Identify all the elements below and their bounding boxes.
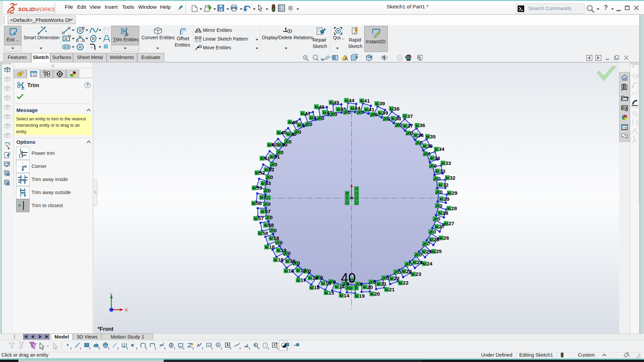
- svg-text:20: 20: [374, 291, 380, 297]
- svg-text:28: 28: [442, 210, 448, 216]
- svg-text:33: 33: [445, 160, 451, 166]
- svg-text:18: 18: [312, 275, 318, 281]
- svg-text:52: 52: [269, 167, 274, 172]
- svg-text:22: 22: [394, 276, 399, 281]
- svg-text:18: 18: [314, 285, 320, 290]
- svg-text:0: 0: [440, 189, 443, 195]
- svg-text:0: 0: [348, 109, 351, 115]
- svg-text:0: 0: [428, 151, 431, 157]
- svg-text:35: 35: [430, 134, 436, 139]
- svg-text:17: 17: [300, 267, 306, 273]
- svg-text:A: A: [345, 56, 348, 61]
- svg-text:44: 44: [349, 98, 355, 103]
- svg-text:46: 46: [319, 104, 325, 110]
- svg-text:0: 0: [386, 275, 389, 281]
- svg-text:41: 41: [364, 98, 370, 104]
- svg-text:0: 0: [297, 260, 300, 266]
- svg-text:45: 45: [333, 100, 339, 105]
- svg-text:0: 0: [309, 121, 312, 127]
- svg-text:0: 0: [298, 129, 301, 135]
- svg-text:0: 0: [289, 139, 292, 144]
- svg-text:14: 14: [343, 293, 350, 298]
- svg-text:0: 0: [409, 261, 412, 267]
- svg-text:0: 0: [308, 268, 311, 274]
- svg-text:22: 22: [403, 280, 409, 286]
- svg-text:0: 0: [321, 115, 324, 121]
- svg-text:0: 0: [334, 111, 337, 117]
- svg-text:38: 38: [395, 116, 401, 121]
- svg-text:0: 0: [320, 275, 323, 280]
- svg-text:40: 40: [341, 270, 356, 285]
- svg-text:26: 26: [443, 235, 449, 241]
- svg-text:0: 0: [375, 112, 378, 117]
- svg-text:0: 0: [420, 140, 423, 145]
- svg-text:0: 0: [419, 252, 422, 257]
- svg-text:28: 28: [451, 205, 457, 211]
- svg-text:37: 37: [407, 113, 413, 119]
- svg-text:49: 49: [281, 130, 287, 135]
- svg-text:29: 29: [451, 190, 458, 196]
- svg-text:34: 34: [434, 155, 440, 161]
- svg-text:15: 15: [328, 290, 334, 296]
- svg-text:0: 0: [440, 203, 443, 208]
- svg-text:0: 0: [274, 228, 277, 233]
- svg-text:Y: Y: [110, 292, 113, 297]
- svg-text:0.3: 0.3: [208, 344, 211, 346]
- svg-text:17: 17: [301, 277, 306, 283]
- svg-text:20: 20: [367, 284, 373, 290]
- svg-text:0: 0: [399, 122, 402, 128]
- svg-text:37: 37: [407, 123, 413, 129]
- svg-text:18: 18: [273, 235, 279, 241]
- svg-text:0: 0: [360, 281, 363, 287]
- svg-text:39: 39: [382, 110, 388, 116]
- svg-text:0: 0: [433, 229, 436, 235]
- svg-text:0: 0: [280, 240, 283, 245]
- svg-text:16: 16: [290, 258, 296, 264]
- svg-text:0: 0: [288, 250, 291, 256]
- svg-text:0: 0: [274, 162, 277, 167]
- svg-text:0: 0: [427, 241, 430, 246]
- svg-text:36: 36: [418, 132, 424, 138]
- svg-text:34: 34: [439, 146, 445, 152]
- svg-text:0: 0: [438, 176, 441, 181]
- svg-text:0: 0: [281, 149, 284, 155]
- svg-text:35: 35: [427, 143, 433, 149]
- svg-text:41: 41: [369, 107, 375, 112]
- svg-text:39: 39: [379, 101, 385, 106]
- svg-text:0: 0: [398, 269, 401, 275]
- svg-text:32: 32: [449, 175, 455, 181]
- svg-text:0: 0: [270, 174, 273, 180]
- svg-text:19: 19: [278, 257, 284, 262]
- svg-text:27: 27: [439, 224, 445, 229]
- svg-text:26: 26: [434, 237, 440, 242]
- svg-text:58: 58: [262, 230, 268, 236]
- svg-text:0: 0: [437, 216, 440, 222]
- svg-text:N: N: [217, 344, 219, 347]
- svg-text:16: 16: [288, 268, 294, 274]
- svg-text:0: 0: [361, 109, 364, 115]
- svg-text:WORKS: WORKS: [35, 6, 54, 12]
- svg-text:23: 23: [416, 271, 422, 277]
- svg-text:19: 19: [281, 247, 287, 253]
- svg-text:33: 33: [439, 168, 445, 174]
- svg-text:SOLID: SOLID: [18, 6, 35, 12]
- svg-text:21: 21: [381, 281, 387, 287]
- svg-text:0: 0: [434, 163, 437, 169]
- svg-text:19: 19: [359, 293, 365, 299]
- svg-text:57: 57: [265, 208, 271, 214]
- svg-text:A: A: [226, 343, 229, 347]
- svg-text:32: 32: [443, 182, 448, 188]
- svg-text:24: 24: [417, 259, 423, 265]
- svg-text:X: X: [125, 307, 128, 312]
- svg-text:53: 53: [265, 180, 271, 186]
- svg-text:15: 15: [325, 281, 331, 286]
- svg-text:50: 50: [272, 142, 277, 147]
- svg-text:24: 24: [427, 261, 433, 266]
- svg-text:23: 23: [406, 268, 412, 274]
- svg-text:A: A: [273, 343, 276, 347]
- svg-text:57: 57: [258, 216, 264, 221]
- svg-text:18: 18: [269, 244, 275, 250]
- svg-text:27: 27: [448, 221, 454, 226]
- svg-text:0: 0: [268, 201, 271, 207]
- svg-text:0: 0: [387, 116, 390, 122]
